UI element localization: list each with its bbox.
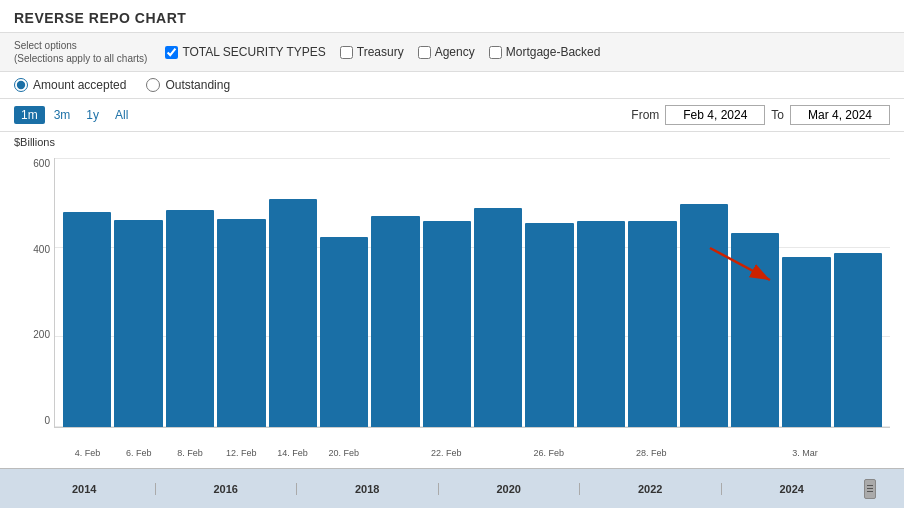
timeline-label: 2018: [297, 483, 439, 495]
to-label: To: [771, 108, 784, 122]
bars-row: [55, 158, 890, 427]
bar-wrapper: [731, 158, 779, 427]
timeline-label: 2022: [580, 483, 722, 495]
time-btn-1m[interactable]: 1m: [14, 106, 45, 124]
bar: [731, 233, 779, 427]
bar: [782, 257, 830, 427]
date-range: From To: [631, 105, 890, 125]
timeline-grip[interactable]: [864, 479, 876, 499]
grip-lines: [867, 485, 873, 492]
radio-bar: Amount accepted Outstanding: [0, 72, 904, 99]
bar-wrapper: [166, 158, 214, 427]
checkbox-agency[interactable]: Agency: [418, 45, 475, 59]
checkbox-treasury-input[interactable]: [340, 46, 353, 59]
x-label-item: 20. Feb: [318, 448, 369, 458]
bar: [217, 219, 265, 427]
from-date-input[interactable]: [665, 105, 765, 125]
options-bar: Select options (Selections apply to all …: [0, 32, 904, 72]
bar: [680, 204, 728, 427]
x-label-item: 12. Feb: [216, 448, 267, 458]
checkbox-total-input[interactable]: [165, 46, 178, 59]
bar-wrapper: [217, 158, 265, 427]
bar: [525, 223, 573, 427]
from-label: From: [631, 108, 659, 122]
y-label-0: 0: [44, 415, 50, 426]
bar: [269, 199, 317, 427]
checkbox-treasury[interactable]: Treasury: [340, 45, 404, 59]
bar: [834, 253, 882, 427]
bar: [320, 237, 368, 427]
x-labels: 4. Feb6. Feb8. Feb12. Feb14. Feb20. Feb2…: [54, 430, 890, 458]
timeline-label: 2024: [722, 483, 863, 495]
timeline-label: 2020: [439, 483, 581, 495]
x-label-item: 4. Feb: [62, 448, 113, 458]
radio-amount-input[interactable]: [14, 78, 28, 92]
bar: [628, 221, 676, 427]
checkbox-mortgage-input[interactable]: [489, 46, 502, 59]
options-label: Select options (Selections apply to all …: [14, 39, 147, 65]
bar-wrapper: [782, 158, 830, 427]
bar-wrapper: [577, 158, 625, 427]
bar-wrapper: [628, 158, 676, 427]
checkbox-agency-input[interactable]: [418, 46, 431, 59]
x-label-item: 8. Feb: [165, 448, 216, 458]
bar-wrapper: [834, 158, 882, 427]
timeline-labels: 201420162018202020222024: [14, 469, 862, 508]
bar-wrapper: [423, 158, 471, 427]
timeline-label: 2014: [14, 483, 156, 495]
bar: [114, 220, 162, 427]
bar-wrapper: [525, 158, 573, 427]
chart-area: 600 400 200 0 4. Feb6. Feb8. Feb12. Feb1…: [0, 148, 904, 468]
x-label-item: 6. Feb: [113, 448, 164, 458]
time-buttons: 1m 3m 1y All: [14, 106, 135, 124]
checkbox-group: TOTAL SECURITY TYPES Treasury Agency Mor…: [165, 45, 600, 59]
bars-container: [54, 158, 890, 428]
to-date-input[interactable]: [790, 105, 890, 125]
x-label-item: 14. Feb: [267, 448, 318, 458]
grip-line-2: [867, 488, 873, 489]
y-label-600: 600: [33, 158, 50, 169]
y-label-400: 400: [33, 244, 50, 255]
time-btn-3m[interactable]: 3m: [47, 106, 78, 124]
bar: [423, 221, 471, 427]
chart-y-label: $Billions: [0, 132, 904, 148]
bar: [577, 221, 625, 427]
time-btn-1y[interactable]: 1y: [79, 106, 106, 124]
bar-wrapper: [114, 158, 162, 427]
x-label-item: 3. Mar: [780, 448, 831, 458]
timeline-inner: 201420162018202020222024: [14, 469, 862, 508]
bar-wrapper: [371, 158, 419, 427]
checkbox-total[interactable]: TOTAL SECURITY TYPES: [165, 45, 325, 59]
timeline-bar[interactable]: 201420162018202020222024: [0, 468, 904, 508]
checkbox-mortgage[interactable]: Mortgage-Backed: [489, 45, 601, 59]
x-label-item: 28. Feb: [626, 448, 677, 458]
bar-wrapper: [63, 158, 111, 427]
y-label-200: 200: [33, 329, 50, 340]
x-label-item: 22. Feb: [421, 448, 472, 458]
chart-inner: 600 400 200 0 4. Feb6. Feb8. Feb12. Feb1…: [14, 158, 890, 458]
bar: [166, 210, 214, 427]
grip-line-3: [867, 491, 873, 492]
bar: [474, 208, 522, 427]
bar-wrapper: [320, 158, 368, 427]
bar: [371, 216, 419, 427]
radio-amount[interactable]: Amount accepted: [14, 78, 126, 92]
y-axis: 600 400 200 0: [14, 158, 50, 428]
x-label-item: 26. Feb: [523, 448, 574, 458]
time-btn-all[interactable]: All: [108, 106, 135, 124]
page-title: REVERSE REPO CHART: [0, 0, 904, 32]
grip-line-1: [867, 485, 873, 486]
bar: [63, 212, 111, 427]
bar-wrapper: [269, 158, 317, 427]
radio-outstanding[interactable]: Outstanding: [146, 78, 230, 92]
bar-wrapper: [680, 158, 728, 427]
time-range-bar: 1m 3m 1y All From To: [0, 99, 904, 132]
radio-outstanding-input[interactable]: [146, 78, 160, 92]
timeline-label: 2016: [156, 483, 298, 495]
bar-wrapper: [474, 158, 522, 427]
